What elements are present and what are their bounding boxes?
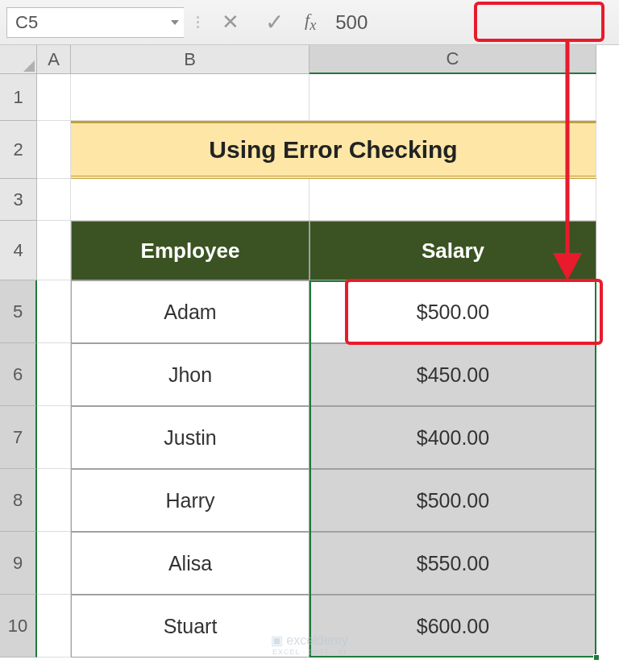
cancel-icon[interactable]: ✕	[211, 7, 250, 38]
watermark: ▣ exceldemy EXCEL · DATA · BI	[271, 633, 347, 656]
row-header-7[interactable]: 7	[0, 406, 37, 469]
table-row: Jhon $450.00	[37, 343, 596, 406]
row-header-3[interactable]: 3	[0, 179, 37, 221]
svg-marker-0	[23, 60, 35, 72]
name-box-value: C5	[15, 12, 38, 33]
watermark-icon: ▣	[271, 633, 283, 648]
cell-C7[interactable]: $400.00	[310, 406, 596, 469]
cell-C8[interactable]: $500.00	[310, 469, 596, 532]
watermark-name: exceldemy	[286, 633, 347, 648]
header-employee-text: Employee	[141, 239, 240, 263]
cell-A4[interactable]	[37, 221, 71, 280]
name-box[interactable]: C5	[6, 7, 184, 38]
formula-bar: C5 ✕ ✓ fx 500	[0, 0, 619, 45]
fill-handle[interactable]	[593, 654, 600, 661]
row-header-2[interactable]: 2	[0, 121, 37, 179]
cell-C6[interactable]: $450.00	[310, 343, 596, 406]
row-header-9[interactable]: 9	[0, 532, 37, 595]
table-row: Justin $400.00	[37, 406, 596, 469]
row-header-5[interactable]: 5	[0, 280, 37, 343]
column-headers: A B C	[37, 45, 596, 74]
cell-B1[interactable]	[71, 74, 310, 121]
grid: Using Error Checking Employee Salary Ada…	[37, 74, 596, 657]
cell-C1[interactable]	[310, 74, 596, 121]
row-header-1[interactable]: 1	[0, 74, 37, 121]
cell-C10[interactable]: $600.00	[310, 595, 596, 657]
cell-B7[interactable]: Justin	[71, 406, 310, 469]
cell-B6[interactable]: Jhon	[71, 343, 310, 406]
cell-C9[interactable]: $550.00	[310, 532, 596, 595]
header-salary-text: Salary	[422, 239, 484, 263]
col-header-C[interactable]: C	[310, 45, 596, 74]
cell-A7[interactable]	[37, 406, 71, 469]
cell-C5[interactable]: $500.00	[310, 280, 596, 343]
name-box-dropdown-icon[interactable]	[171, 20, 179, 25]
row-header-4[interactable]: 4	[0, 221, 37, 280]
cell-A3[interactable]	[37, 179, 71, 221]
row-headers: 1 2 3 4 5 6 7 8 9 10	[0, 74, 37, 657]
table-row: Alisa $550.00	[37, 532, 596, 595]
cell-A10[interactable]	[37, 595, 71, 657]
row-header-10[interactable]: 10	[0, 595, 37, 657]
cell-B8[interactable]: Harry	[71, 469, 310, 532]
cell-A6[interactable]	[37, 343, 71, 406]
cell-A9[interactable]	[37, 532, 71, 595]
enter-icon[interactable]: ✓	[255, 7, 293, 38]
formula-input[interactable]: 500	[327, 7, 613, 38]
title-text: Using Error Checking	[209, 136, 457, 164]
cell-C3[interactable]	[310, 179, 596, 221]
col-header-A[interactable]: A	[37, 45, 71, 74]
fx-icon[interactable]: fx	[305, 10, 316, 34]
formula-bar-divider	[193, 16, 201, 28]
table-row: Harry $500.00	[37, 469, 596, 532]
row-header-8[interactable]: 8	[0, 469, 37, 532]
cell-B3[interactable]	[71, 179, 310, 221]
cell-A8[interactable]	[37, 469, 71, 532]
cell-B9[interactable]: Alisa	[71, 532, 310, 595]
cell-B5[interactable]: Adam	[71, 280, 310, 343]
header-salary[interactable]: Salary	[310, 221, 596, 280]
title-cell[interactable]: Using Error Checking	[71, 121, 596, 179]
formula-value: 500	[335, 11, 368, 34]
cell-A2[interactable]	[37, 121, 71, 179]
cell-A5[interactable]	[37, 280, 71, 343]
col-header-B[interactable]: B	[71, 45, 310, 74]
cell-A1[interactable]	[37, 74, 71, 121]
select-all-corner[interactable]	[0, 45, 37, 74]
table-row: Adam $500.00	[37, 280, 596, 343]
watermark-sub: EXCEL · DATA · BI	[271, 648, 347, 656]
row-header-6[interactable]: 6	[0, 343, 37, 406]
header-employee[interactable]: Employee	[71, 221, 310, 280]
